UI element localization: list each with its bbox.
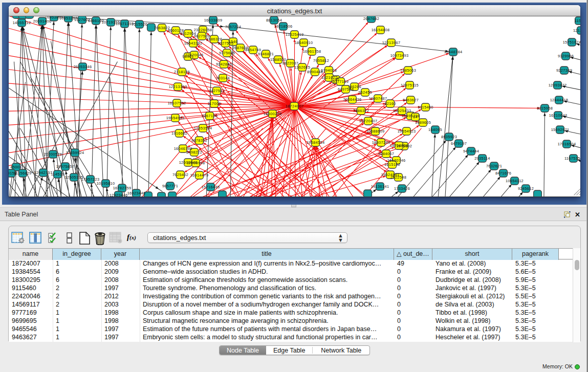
svg-text:12444415: 12444415 [550,97,569,102]
svg-text:9878352: 9878352 [191,138,207,142]
svg-text:8215958: 8215958 [537,105,553,110]
svg-text:16033809: 16033809 [204,17,223,22]
svg-text:20200576: 20200576 [44,151,62,156]
svg-text:7857224: 7857224 [225,24,241,29]
svg-text:15751074: 15751074 [563,39,580,44]
svg-text:362455: 362455 [358,90,372,94]
svg-text:17016504: 17016504 [558,141,576,146]
svg-text:12213363: 12213363 [169,84,187,89]
svg-text:20691406: 20691406 [33,18,52,23]
svg-text:12923446: 12923446 [110,192,128,196]
svg-text:62160: 62160 [384,101,396,105]
svg-text:1362615: 1362615 [294,64,310,69]
svg-text:117006: 117006 [207,101,221,105]
svg-text:16154808: 16154808 [372,27,390,32]
svg-text:16210643: 16210643 [549,113,568,117]
svg-text:23226058: 23226058 [194,27,212,32]
svg-text:7485063: 7485063 [400,68,416,72]
svg-text:2718176: 2718176 [174,69,190,74]
svg-text:9427512: 9427512 [209,88,225,93]
svg-text:12353594: 12353594 [194,125,212,130]
svg-text:9242845: 9242845 [216,61,232,66]
svg-text:15692971: 15692971 [551,127,570,132]
svg-text:7515526: 7515526 [132,21,147,26]
svg-text:12093872: 12093872 [549,82,567,87]
svg-text:13325419: 13325419 [286,32,304,36]
svg-text:19756928: 19756928 [390,143,408,147]
svg-text:8813054: 8813054 [266,17,282,22]
svg-text:9777169: 9777169 [333,79,349,83]
svg-text:19654923: 19654923 [398,128,416,133]
svg-text:9329966: 9329966 [558,53,574,58]
svg-text:1212435: 1212435 [573,28,580,32]
svg-text:11675354: 11675354 [564,156,580,160]
svg-text:9245612: 9245612 [518,186,534,190]
svg-text:9115460: 9115460 [418,104,433,109]
svg-text:17359924: 17359924 [66,150,84,155]
svg-text:22420046: 22420046 [185,52,204,57]
svg-text:903144: 903144 [216,75,230,80]
svg-text:16107552: 16107552 [168,100,186,105]
svg-text:8935923: 8935923 [441,134,457,139]
svg-text:16923446: 16923446 [127,190,146,195]
svg-text:9463627: 9463627 [403,97,419,102]
svg-text:1989605: 1989605 [415,120,431,124]
svg-text:7955812: 7955812 [313,58,329,62]
svg-text:20364436: 20364436 [343,97,362,101]
svg-text:18640910: 18640910 [295,40,313,45]
svg-text:15716485: 15716485 [202,184,220,189]
svg-text:14055712: 14055712 [13,20,31,25]
svg-text:16448784: 16448784 [444,49,463,54]
svg-text:19654983: 19654983 [166,115,185,120]
svg-text:10973493: 10973493 [390,53,409,57]
svg-text:18724007: 18724007 [286,103,304,108]
svg-text:12213967: 12213967 [382,40,401,45]
svg-text:11156829: 11156829 [14,170,32,175]
svg-text:16543382: 16543382 [184,40,203,45]
svg-text:8498222: 8498222 [186,149,202,154]
svg-text:8267130: 8267130 [202,113,217,118]
svg-text:9084067: 9084067 [378,151,394,156]
svg-text:7886372: 7886372 [353,108,369,113]
svg-text:1151: 1151 [575,18,580,23]
svg-text:114519: 114519 [51,171,64,176]
svg-text:84: 84 [413,114,418,119]
svg-text:9227349: 9227349 [556,68,572,72]
svg-text:19975857: 19975857 [56,164,75,168]
svg-text:10688609: 10688609 [366,128,385,133]
svg-text:6479197: 6479197 [451,141,467,145]
svg-text:14136141: 14136141 [371,184,389,188]
svg-text:2935114: 2935114 [474,156,490,160]
svg-text:10195810: 10195810 [97,181,115,185]
svg-text:7625402: 7625402 [172,172,188,177]
svg-text:12942757: 12942757 [34,170,53,174]
svg-text:12975115: 12975115 [401,82,419,87]
svg-text:1916682: 1916682 [171,130,187,135]
svg-text:1733426: 1733426 [394,186,410,190]
svg-text:2687682: 2687682 [363,16,379,21]
svg-text:26053346: 26053346 [74,64,92,69]
svg-text:18300295: 18300295 [264,111,282,116]
svg-text:1615132: 1615132 [384,162,400,166]
svg-text:15720407: 15720407 [359,118,378,123]
svg-text:2522548: 2522548 [390,174,406,179]
svg-text:16961758: 16961758 [303,49,321,53]
svg-text:164095: 164095 [428,127,442,132]
svg-text:9375685: 9375685 [219,50,235,55]
svg-text:19384554: 19384554 [307,140,325,144]
svg-text:10654112: 10654112 [506,178,524,183]
svg-text:746266: 746266 [347,84,361,89]
svg-text:1546: 1546 [229,39,238,43]
svg-text:12609948: 12609948 [187,160,205,165]
svg-text:45001: 45001 [10,164,21,169]
svg-text:6794028: 6794028 [321,68,337,72]
svg-text:8471676: 8471676 [495,170,511,175]
svg-text:9474444: 9474444 [463,148,479,153]
svg-text:16914479: 16914479 [190,172,209,177]
svg-text:10807487: 10807487 [369,96,387,100]
svg-text:16782759: 16782759 [113,185,132,190]
svg-text:12505135: 12505135 [65,174,83,179]
svg-text:7632621: 7632621 [486,163,502,168]
svg-text:18807249: 18807249 [372,140,390,144]
svg-text:10025433: 10025433 [393,108,411,113]
